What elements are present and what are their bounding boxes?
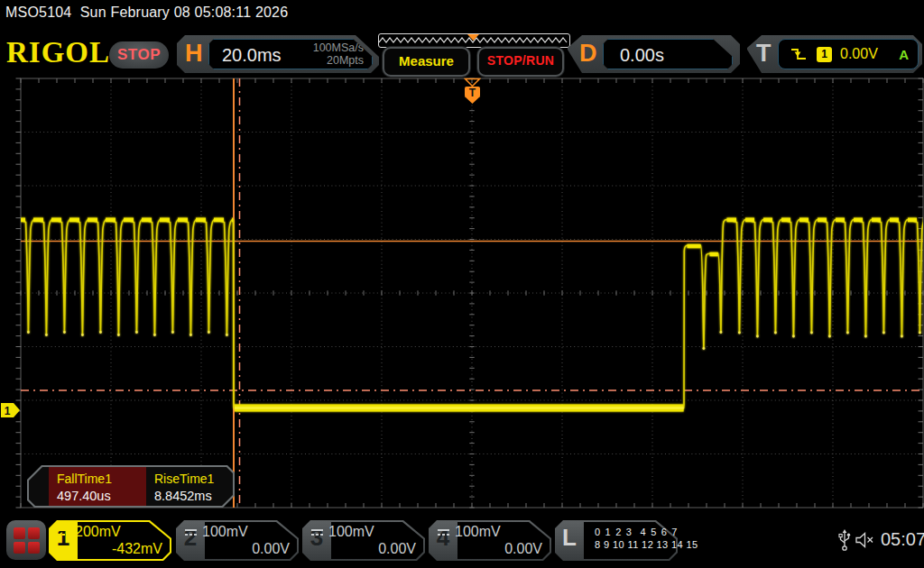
trigger-marker-letter: T [469, 87, 476, 99]
logic-channels-badge[interactable]: L 0 1 2 3 4 5 6 7 8 9 10 11 12 13 14 15 [555, 520, 678, 561]
logic-label: L [555, 524, 584, 552]
channel1-scale: 200mV [75, 524, 121, 540]
measurement-falltime[interactable]: FallTime1 497.40us [49, 467, 146, 506]
channel2-scale: 100mV [202, 524, 248, 540]
trigger-position-marker[interactable]: T [464, 78, 481, 105]
channel2-offset: 0.00V [252, 541, 290, 557]
channel2-badge[interactable]: 2 100mV 0.00V [176, 520, 299, 561]
channel4-offset: 0.00V [504, 541, 542, 557]
dc-coupling-icon [57, 527, 70, 537]
measurement-panel: FallTime1 497.40us RiseTime1 8.8452ms [27, 465, 235, 508]
system-clock: 05:07 [881, 529, 924, 550]
channel3-offset: 0.00V [378, 541, 416, 557]
channel3-scale: 100mV [328, 524, 374, 540]
logic-row2: 8 9 10 11 12 13 14 15 [595, 539, 698, 550]
channel1-badge[interactable]: 1 200mV -432mV [49, 520, 171, 561]
channel3-badge[interactable]: 3 100mV 0.00V [302, 520, 425, 561]
dc-coupling-icon [184, 527, 198, 537]
graticule [16, 78, 924, 508]
channel1-marker-number: 1 [5, 405, 11, 417]
usb-icon [837, 528, 852, 552]
dc-coupling-icon [310, 527, 324, 537]
channel4-scale: 100mV [455, 524, 501, 540]
dc-coupling-icon [437, 527, 450, 537]
oscilloscope-screen: MSO5104 Sun February 08 05:08:11 2026 RI… [0, 0, 924, 568]
channel1-offset: -432mV [112, 541, 162, 557]
menu-grid-button[interactable] [6, 520, 46, 560]
measurement-risetime[interactable]: RiseTime1 8.8452ms [146, 467, 233, 506]
logic-row1: 0 1 2 3 4 5 6 7 [595, 527, 679, 537]
channel4-badge[interactable]: 4 100mV 0.00V [429, 520, 551, 561]
sound-muted-icon[interactable] [855, 532, 877, 548]
channel1-level-marker[interactable]: 1 [0, 402, 22, 418]
